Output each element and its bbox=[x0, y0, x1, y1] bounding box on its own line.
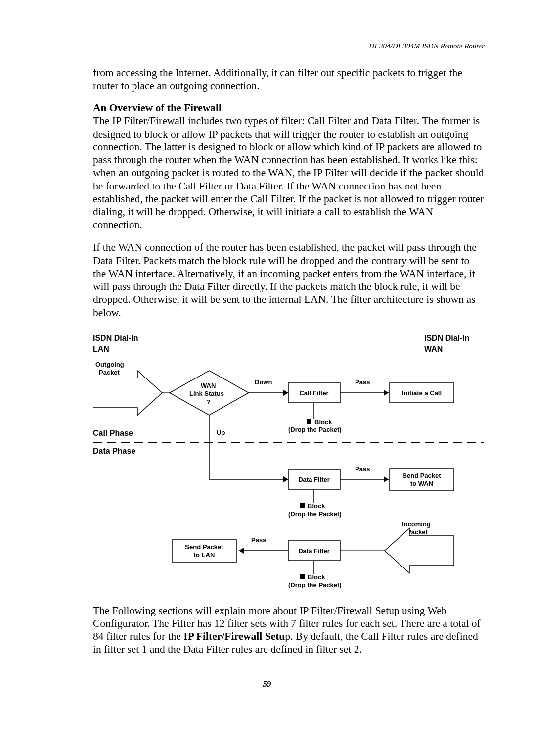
label-link-status: Link Status bbox=[189, 390, 224, 397]
label-drop-3: (Drop the Packet) bbox=[288, 581, 342, 588]
label-data-filter-1: Data Filter bbox=[298, 476, 330, 483]
running-header: DI-304/DI-304M ISDN Remote Router bbox=[49, 42, 485, 50]
label-send-lan-1: Send Packet bbox=[185, 543, 223, 551]
arrowhead-icon bbox=[283, 476, 288, 482]
label-block-3: Block bbox=[308, 573, 325, 581]
outgoing-packet-arrow-icon bbox=[93, 371, 162, 415]
label-isdn-lan-1: ISDN Dial-In bbox=[93, 334, 138, 342]
label-isdn-wan-1: ISDN Dial-In bbox=[424, 334, 470, 342]
label-down: Down bbox=[255, 378, 272, 386]
label-initiate-call: Initiate a Call bbox=[402, 389, 442, 397]
footer: 59 bbox=[49, 676, 485, 689]
label-pass-3: Pass bbox=[251, 536, 266, 544]
label-pass-1: Pass bbox=[355, 378, 370, 386]
label-block-1: Block bbox=[314, 418, 332, 425]
block-square-icon bbox=[300, 503, 305, 508]
label-incoming-1: Incoming bbox=[402, 520, 431, 528]
label-qmark: ? bbox=[207, 398, 211, 406]
footer-rule bbox=[49, 676, 485, 676]
label-send-lan-2: to LAN bbox=[194, 551, 215, 559]
paragraph-1: from accessing the Internet. Additionall… bbox=[93, 66, 485, 92]
page-number: 59 bbox=[49, 679, 485, 689]
arrowhead-icon bbox=[283, 390, 288, 396]
arrowhead-icon bbox=[384, 390, 389, 396]
label-outgoing-1: Outgoing bbox=[95, 361, 124, 368]
p4-bold: IP Filter/Firewall Setu bbox=[183, 630, 285, 642]
paragraph-2: The IP Filter/Firewall includes two type… bbox=[93, 114, 485, 231]
label-incoming-2: Packet bbox=[407, 528, 428, 536]
label-pass-2: Pass bbox=[355, 465, 370, 472]
label-send-wan-2: to WAN bbox=[410, 480, 433, 487]
page: DI-304/DI-304M ISDN Remote Router from a… bbox=[0, 0, 534, 719]
label-outgoing-2: Packet bbox=[99, 369, 120, 376]
label-drop-2: (Drop the Packet) bbox=[288, 510, 342, 518]
block-square-icon bbox=[307, 419, 312, 424]
label-call-filter: Call Filter bbox=[299, 389, 328, 397]
label-data-phase: Data Phase bbox=[93, 447, 135, 455]
label-send-wan-1: Send Packet bbox=[402, 472, 441, 479]
paragraph-3: If the WAN connection of the router has … bbox=[93, 241, 485, 319]
label-call-phase: Call Phase bbox=[93, 429, 133, 437]
label-up: Up bbox=[217, 429, 225, 436]
arrowhead-icon bbox=[239, 548, 244, 554]
header-rule bbox=[49, 40, 485, 40]
label-wan: WAN bbox=[201, 382, 216, 389]
label-data-filter-2: Data Filter bbox=[298, 547, 330, 555]
section-title: An Overview of the Firewall bbox=[93, 102, 485, 114]
label-isdn-wan-2: WAN bbox=[424, 345, 443, 353]
label-isdn-lan-2: LAN bbox=[93, 345, 109, 353]
label-block-2: Block bbox=[308, 502, 325, 510]
arrowhead-icon bbox=[384, 476, 389, 482]
firewall-architecture-diagram: ISDN Dial-In LAN ISDN Dial-In WAN Outgoi… bbox=[93, 331, 484, 590]
label-drop-1: (Drop the Packet) bbox=[288, 426, 342, 433]
block-square-icon bbox=[300, 574, 305, 579]
paragraph-4: The Following sections will explain more… bbox=[93, 604, 485, 656]
